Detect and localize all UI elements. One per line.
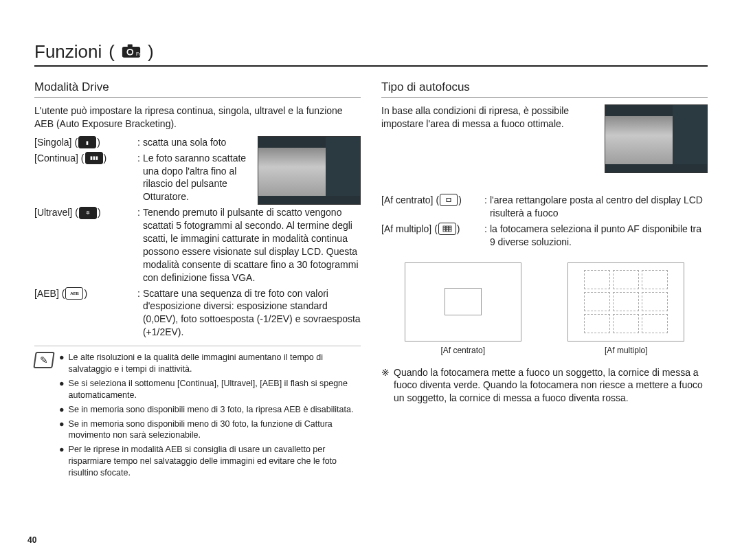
lcd-preview-drive	[258, 136, 361, 205]
svg-rect-11	[449, 228, 451, 229]
svg-rect-8	[449, 226, 451, 227]
opt-desc-ultravel: Tenendo premuto il pulsante di scatto ve…	[143, 206, 361, 284]
opt-row-af-center: [Af centrato] () :l'area rettangolare po…	[381, 194, 708, 220]
opt-row-continuous: [Continua] (▮▮▮) :Le foto saranno scatta…	[34, 152, 252, 204]
svg-point-3	[128, 49, 132, 54]
aeb-icon: AEB	[65, 287, 83, 300]
page-number: 40	[27, 535, 36, 545]
svg-rect-12	[443, 230, 446, 232]
af-footnote: ※ Quando la fotocamera mette a fuoco un …	[381, 366, 708, 405]
svg-rect-9	[443, 228, 446, 229]
chapter-paren-open: (	[109, 41, 115, 63]
opt-label-aeb: [AEB]	[34, 287, 59, 300]
left-column: Modalità Drive L'utente può impostare la…	[34, 80, 361, 482]
chapter-title: Funzioni	[34, 41, 102, 63]
footnote-text: Quando la fotocamera mette a fuoco un so…	[394, 366, 708, 405]
opt-row-aeb: [AEB] (AEB) :Scattare una sequenza di tr…	[34, 287, 361, 339]
ultravel-icon: ✲	[79, 207, 97, 219]
svg-rect-5	[447, 199, 451, 202]
opt-row-ultravel: [Ultravel] (✲) :Tenendo premuto il pulsa…	[34, 206, 361, 284]
opt-label-continuous: [Continua]	[34, 152, 78, 165]
chapter-header: Funzioni ( Fn )	[34, 41, 708, 67]
note-5: Per le riprese in modalità AEB si consig…	[69, 444, 361, 479]
footnote-mark: ※	[381, 366, 390, 405]
opt-row-af-multi: [Af multiplo] () :la fotocamera selezion…	[381, 223, 708, 249]
af-center-icon	[440, 194, 458, 206]
af-diagram-multi-label: [Af multiplo]	[567, 346, 684, 355]
opt-label-af-multi: [Af multiplo]	[381, 223, 431, 236]
af-multi-icon	[438, 223, 456, 235]
lcd-preview-af	[605, 104, 708, 173]
section-title-drive: Modalità Drive	[34, 80, 361, 98]
opt-desc-single: scatta una sola foto	[143, 136, 226, 149]
note-3: Se in memoria sono disponibili meno di 3…	[69, 404, 354, 416]
opt-label-af-center: [Af centrato]	[381, 194, 433, 207]
continuous-icon: ▮▮▮	[85, 152, 103, 164]
svg-rect-1	[128, 44, 133, 47]
single-shot-icon: ▮	[78, 136, 96, 148]
note-1: Le alte risoluzioni e la qualità delle i…	[69, 352, 361, 375]
af-diagram-center: [Af centrato]	[405, 262, 521, 355]
note-box: ✎ ●Le alte risoluzioni e la qualità dell…	[34, 346, 361, 482]
section-title-af: Tipo di autofocus	[381, 80, 708, 98]
right-column: Tipo di autofocus In base alla condizion…	[381, 80, 708, 482]
note-4: Se in memoria sono disponibili meno di 3…	[69, 418, 361, 442]
opt-desc-continuous: Le foto saranno scattate una dopo l'altr…	[143, 152, 252, 204]
drive-intro: L'utente può impostare la ripresa contin…	[34, 104, 361, 131]
note-2: Se si seleziona il sottomenu [Continua],…	[69, 378, 361, 401]
svg-rect-13	[446, 230, 449, 232]
af-intro: In base alla condizioni di ripresa, è po…	[381, 104, 599, 131]
opt-row-single: [Singola] (▮) :scatta una sola foto	[34, 136, 252, 149]
svg-text:Fn: Fn	[136, 52, 141, 56]
svg-rect-6	[443, 226, 446, 227]
af-diagram-center-label: [Af centrato]	[405, 346, 521, 355]
chapter-paren-close: )	[148, 41, 154, 63]
opt-label-ultravel: [Ultravel]	[34, 206, 72, 219]
note-icon: ✎	[33, 352, 54, 368]
opt-desc-af-center: l'area rettangolare posta al centro del …	[490, 194, 708, 220]
opt-label-single: [Singola]	[34, 136, 71, 149]
svg-rect-7	[446, 226, 449, 227]
opt-desc-af-multi: la fotocamera seleziona il punto AF disp…	[490, 223, 708, 249]
af-diagram-multi: [Af multiplo]	[567, 262, 684, 355]
svg-rect-10	[446, 228, 449, 229]
camera-fn-icon: Fn	[122, 43, 141, 61]
svg-rect-14	[449, 230, 451, 232]
opt-desc-aeb: Scattare una sequenza di tre foto con va…	[143, 287, 361, 339]
